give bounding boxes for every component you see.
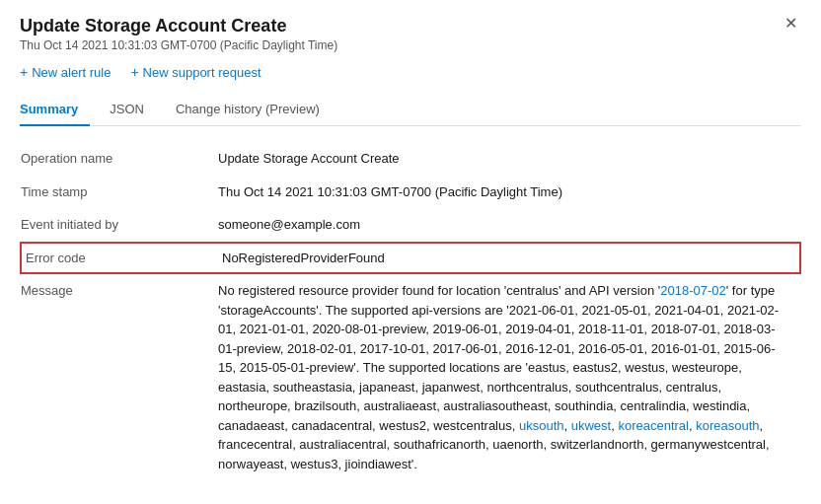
message-label: Message bbox=[21, 273, 218, 480]
ukwest-link[interactable]: ukwest bbox=[571, 418, 611, 433]
operation-name-value: Update Storage Account Create bbox=[218, 142, 800, 176]
close-button[interactable]: ✕ bbox=[781, 16, 801, 32]
panel-title: Update Storage Account Create bbox=[20, 16, 337, 36]
message-value: No registered resource provider found fo… bbox=[218, 273, 800, 480]
time-stamp-label: Time stamp bbox=[21, 176, 218, 209]
event-initiated-label: Event initiated by bbox=[21, 208, 218, 243]
new-support-request-link[interactable]: + New support request bbox=[130, 64, 261, 80]
message-row: Message No registered resource provider … bbox=[21, 273, 800, 480]
error-code-value: NoRegisteredProviderFound bbox=[218, 243, 800, 274]
new-support-request-label: New support request bbox=[143, 65, 261, 80]
close-icon: ✕ bbox=[784, 15, 797, 32]
plus-icon-support: + bbox=[130, 64, 138, 80]
panel-subtitle: Thu Oct 14 2021 10:31:03 GMT-0700 (Pacif… bbox=[20, 38, 337, 52]
operation-name-row: Operation name Update Storage Account Cr… bbox=[21, 142, 800, 176]
panel-header: Update Storage Account Create Thu Oct 14… bbox=[20, 16, 801, 52]
action-bar: + New alert rule + New support request bbox=[20, 64, 801, 80]
tab-json[interactable]: JSON bbox=[110, 94, 156, 126]
uksouth-link[interactable]: uksouth bbox=[519, 418, 564, 433]
error-code-row: Error code NoRegisteredProviderFound bbox=[21, 243, 800, 274]
koreacentral-link[interactable]: koreacentral bbox=[618, 418, 689, 433]
operation-name-label: Operation name bbox=[21, 142, 218, 176]
plus-icon-alert: + bbox=[20, 64, 28, 80]
koreasouth-link[interactable]: koreasouth bbox=[696, 418, 759, 433]
api-version-link[interactable]: 2018-07-02 bbox=[660, 283, 726, 298]
event-initiated-value: someone@example.com bbox=[218, 208, 800, 243]
time-stamp-value: Thu Oct 14 2021 10:31:03 GMT-0700 (Pacif… bbox=[218, 176, 800, 209]
event-initiated-row: Event initiated by someone@example.com bbox=[21, 208, 800, 243]
time-stamp-row: Time stamp Thu Oct 14 2021 10:31:03 GMT-… bbox=[21, 176, 800, 209]
tabs-bar: Summary JSON Change history (Preview) bbox=[20, 94, 801, 126]
activity-log-detail-panel: Update Storage Account Create Thu Oct 14… bbox=[0, 0, 821, 504]
new-alert-rule-link[interactable]: + New alert rule bbox=[20, 64, 111, 80]
tab-change-history[interactable]: Change history (Preview) bbox=[176, 94, 332, 126]
new-alert-rule-label: New alert rule bbox=[32, 65, 111, 80]
detail-table: Operation name Update Storage Account Cr… bbox=[20, 142, 801, 480]
tab-summary[interactable]: Summary bbox=[20, 94, 90, 126]
header-text: Update Storage Account Create Thu Oct 14… bbox=[20, 16, 337, 52]
error-code-label: Error code bbox=[21, 243, 218, 274]
